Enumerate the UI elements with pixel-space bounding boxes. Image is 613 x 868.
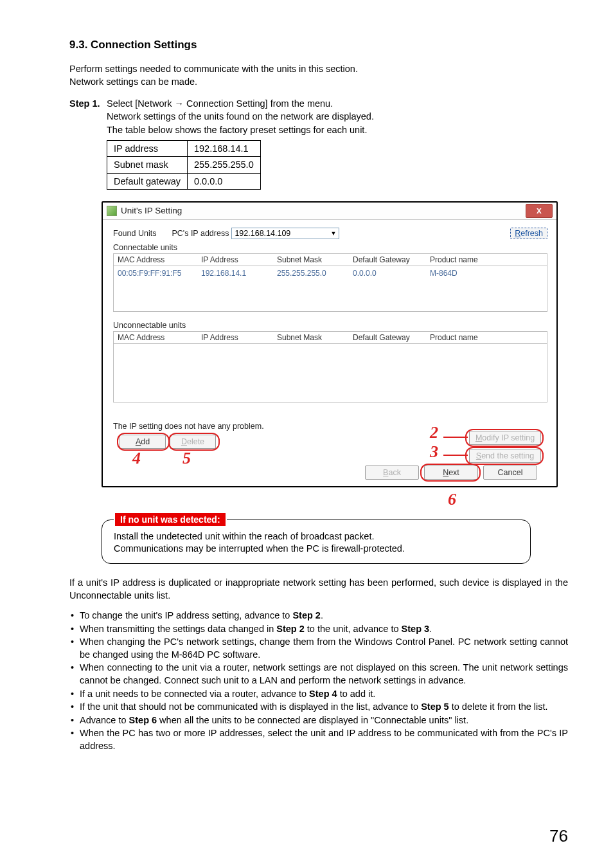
modify-ip-button[interactable]: Modify IP setting [469,431,541,445]
text: M [475,433,482,442]
send-setting-button[interactable]: Send the setting [469,449,541,463]
pc-ip-label: PC's IP address [172,229,229,238]
cell-subnet: 255.255.255.0 [273,267,349,279]
list-item: When transmitting the settings data chan… [69,623,568,636]
text: elete [187,437,204,446]
text: odify IP setting [482,433,535,442]
table-row: IP address 192.168.14.1 [107,141,261,157]
text: N [443,468,449,477]
step-label: Step 1. [69,97,107,190]
note-title: If no unit was detected: [115,513,226,526]
page-number: 76 [549,826,568,846]
text: D [181,437,187,446]
text: . [321,610,323,620]
text: If the unit that should not be communica… [80,701,421,712]
cell-ip: 192.168.14.1 [197,267,273,279]
note-title-wrap: If no unit was detected: [114,514,227,525]
text: to the unit, advance to [305,624,402,634]
status-text: The IP setting does not have any problem… [113,422,547,431]
text: ack [388,468,400,477]
add-button[interactable]: Add [120,435,166,449]
text: Step 2 [276,624,305,634]
ip-setting-dialog: Unit's IP Setting x Found Units PC's IP … [102,201,558,487]
text: The table below shows the factory preset… [107,125,367,135]
intro-paragraph: Perform settings needed to communicate w… [69,63,568,88]
list-item: When the PC has two or more IP addresses… [69,727,568,752]
cell-product: M-864D [426,267,547,279]
text: Step 5 [421,701,449,712]
chevron-down-icon: ▼ [331,230,337,237]
text: Network settings can be made. [69,77,197,87]
list-item: If a unit needs to be connected via a ro… [69,688,568,701]
list-item: When changing the PC's network settings,… [69,636,568,661]
text: efresh [520,229,543,238]
col-gateway: Default Gateway [349,254,426,266]
callout-connector [443,437,468,439]
text: If a unit needs to be connected via a ro… [80,689,309,699]
back-button[interactable]: Back [365,466,419,480]
col-mac: MAC Address [114,332,197,343]
text: Select [Network → Connection Setting] fr… [107,98,333,109]
text: Step 2 [292,610,321,620]
text: Install the undetected unit within the r… [114,531,374,541]
section-heading: 9.3. Connection Settings [69,39,568,51]
table-row: Subnet mask 255.255.255.0 [107,157,261,173]
cell-gateway: 0.0.0.0 [349,267,426,279]
text: Advance to [80,715,129,725]
pc-ip-combo[interactable]: 192.168.14.109 ▼ [231,228,339,239]
callout-number-4: 4 [132,449,141,468]
next-button[interactable]: Next [424,466,478,480]
text: Step 4 [309,689,337,699]
text: to add it. [337,689,376,699]
text: Step 6 [129,715,157,725]
text: Step 3 [402,624,430,634]
list-item: When connecting to the unit via a router… [69,662,568,687]
text: . [429,624,432,634]
unconnectable-grid-header: MAC Address IP Address Subnet Mask Defau… [113,331,547,344]
text: When transmitting the settings data chan… [80,624,276,634]
table-row[interactable]: 00:05:F9:FF:91:F5 192.168.14.1 255.255.2… [114,266,547,279]
table-row: Default gateway 0.0.0.0 [107,173,261,189]
text: To change the unit's IP address setting,… [80,610,292,620]
cell: IP address [107,141,188,157]
col-ip: IP Address [197,254,273,266]
col-subnet: Subnet Mask [273,332,349,343]
cell: 255.255.255.0 [187,157,260,173]
unconnectable-grid[interactable] [113,344,547,402]
delete-button[interactable]: Delete [170,435,216,449]
no-unit-note: If no unit was detected: Install the und… [102,520,531,564]
text: dd [141,437,150,446]
text: ext [449,468,459,477]
unconnectable-label: Unconnectable units [113,321,547,330]
col-ip: IP Address [197,332,273,343]
dialog-titlebar[interactable]: Unit's IP Setting x [103,203,556,220]
connectable-grid[interactable]: 00:05:F9:FF:91:F5 192.168.14.1 255.255.2… [113,266,547,312]
callout-number-6: 6 [448,490,456,509]
step-1: Step 1. Select [Network → Connection Set… [69,97,568,190]
col-gateway: Default Gateway [349,332,426,343]
list-item: To change the unit's IP address setting,… [69,610,568,622]
refresh-button[interactable]: Refresh [510,228,547,239]
cell: 192.168.14.1 [187,141,260,157]
factory-preset-table: IP address 192.168.14.1 Subnet mask 255.… [107,140,261,190]
app-icon [107,206,117,216]
cell: 0.0.0.0 [187,173,260,189]
cell: Subnet mask [107,157,188,173]
list-item: If the unit that should not be communica… [69,701,568,714]
connectable-label: Connectable units [113,243,547,252]
found-units-label: Found Units [113,229,156,238]
list-item: Advance to Step 6 when all the units to … [69,714,568,727]
col-product: Product name [426,254,547,266]
col-mac: MAC Address [114,254,197,266]
col-subnet: Subnet Mask [273,254,349,266]
text: end the setting [481,451,534,460]
callout-number-3: 3 [430,442,438,462]
col-product: Product name [426,332,547,343]
paragraph: If a unit's IP address is duplicated or … [69,577,568,602]
text: to delete it from the list. [449,701,548,712]
cancel-button[interactable]: Cancel [483,466,537,480]
text: Network settings of the units found on t… [107,111,374,122]
callout-number-5: 5 [182,449,191,468]
close-button[interactable]: x [526,204,553,218]
cell: Default gateway [107,173,188,189]
